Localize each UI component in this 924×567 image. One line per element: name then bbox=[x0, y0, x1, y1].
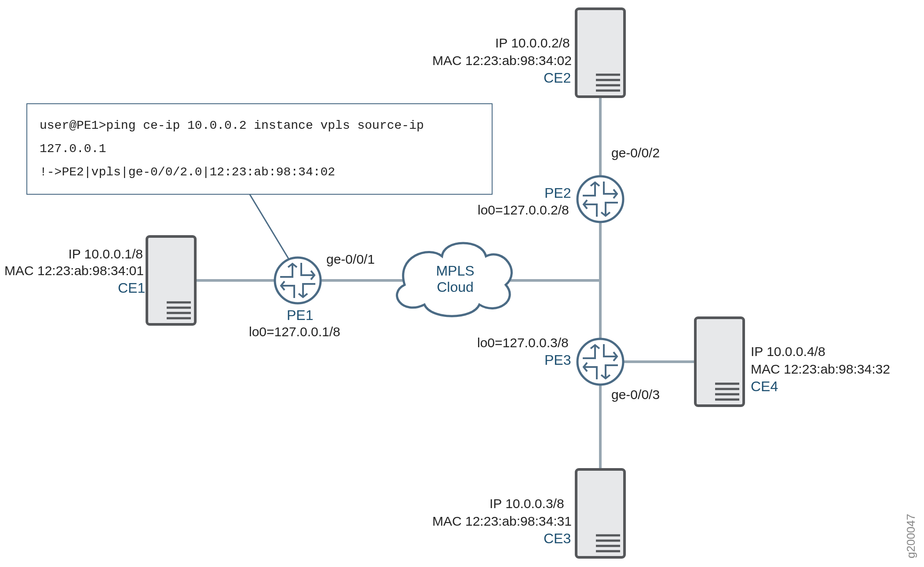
ce1-device-icon bbox=[147, 236, 195, 324]
svg-rect-13 bbox=[576, 469, 625, 557]
svg-rect-8 bbox=[576, 9, 625, 97]
cloud-label: MPLS Cloud bbox=[433, 263, 477, 295]
pe2-lo: lo0=127.0.0.2/8 bbox=[478, 202, 569, 218]
ce4-ip: IP 10.0.0.4/8 bbox=[751, 344, 825, 360]
pe1-router-icon bbox=[275, 258, 321, 303]
pe1-lo: lo0=127.0.0.1/8 bbox=[249, 324, 340, 340]
pe1-name: PE1 bbox=[287, 307, 313, 323]
ce4-mac: MAC 12:23:ab:98:34:32 bbox=[751, 361, 890, 377]
svg-rect-3 bbox=[147, 236, 195, 324]
ce1-ip: IP 10.0.0.1/8 bbox=[68, 246, 143, 262]
svg-point-0 bbox=[275, 258, 321, 303]
ce3-device-icon bbox=[576, 469, 625, 557]
ce4-device-icon bbox=[695, 318, 744, 406]
pe3-iface: ge-0/0/3 bbox=[611, 387, 660, 403]
ce3-ip: IP 10.0.0.3/8 bbox=[489, 496, 564, 512]
pe2-router-icon bbox=[577, 176, 623, 222]
ce2-ip: IP 10.0.0.2/8 bbox=[495, 35, 570, 51]
pe3-name: PE3 bbox=[544, 352, 571, 368]
svg-point-2 bbox=[577, 339, 623, 385]
ce4-name: CE4 bbox=[751, 378, 778, 395]
diagram-canvas: user@PE1>ping ce-ip 10.0.0.2 instance vp… bbox=[0, 0, 924, 567]
cloud-label-bot: Cloud bbox=[433, 279, 477, 295]
callout-line-1: user@PE1>ping ce-ip 10.0.0.2 instance vp… bbox=[40, 114, 479, 160]
ce3-name: CE3 bbox=[544, 530, 571, 547]
ce3-mac: MAC 12:23:ab:98:34:31 bbox=[432, 513, 572, 529]
svg-point-1 bbox=[577, 176, 623, 222]
ce2-mac: MAC 12:23:ab:98:34:02 bbox=[432, 53, 572, 69]
diagram-id: g200047 bbox=[904, 514, 918, 558]
callout-box: user@PE1>ping ce-ip 10.0.0.2 instance vp… bbox=[26, 103, 493, 195]
svg-rect-18 bbox=[695, 318, 744, 406]
ce2-device-icon bbox=[576, 9, 625, 97]
pe3-lo: lo0=127.0.0.3/8 bbox=[477, 335, 569, 351]
cloud-label-top: MPLS bbox=[433, 263, 477, 279]
callout-line-2: !->PE2|vpls|ge-0/0/2.0|12:23:ab:98:34:02 bbox=[40, 160, 479, 184]
ce1-mac: MAC 12:23:ab:98:34:01 bbox=[4, 263, 143, 279]
pe2-iface: ge-0/0/2 bbox=[611, 145, 660, 161]
pe2-name: PE2 bbox=[544, 185, 571, 201]
ce1-name: CE1 bbox=[118, 280, 145, 296]
pe3-router-icon bbox=[577, 339, 623, 385]
ce2-name: CE2 bbox=[544, 69, 571, 86]
pe1-iface: ge-0/0/1 bbox=[326, 251, 375, 267]
